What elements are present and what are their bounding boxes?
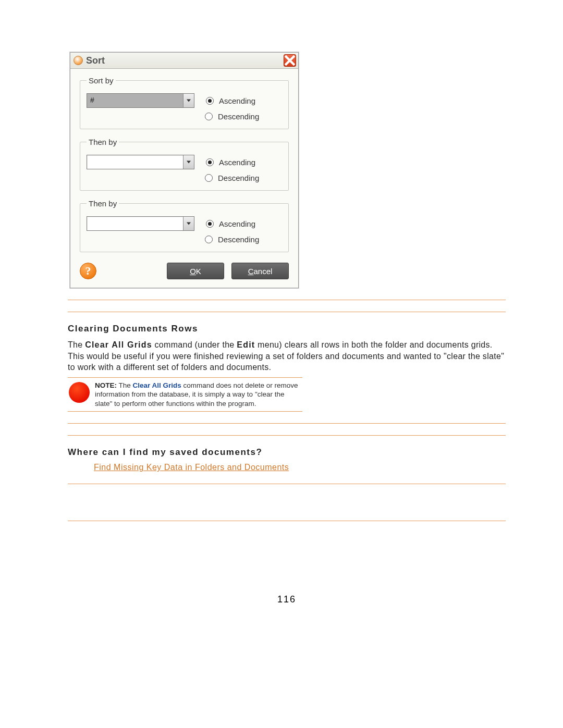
- dialog-body: Sort by # Ascending: [70, 69, 298, 288]
- divider: [68, 312, 506, 312]
- then-by-1-value: [87, 155, 183, 169]
- section-body: The Clear All Grids command (under the E…: [68, 339, 506, 373]
- radio-icon: [206, 158, 214, 166]
- radio-icon: [206, 220, 214, 228]
- divider: [68, 521, 506, 521]
- then-by-legend-2: Then by: [87, 199, 119, 208]
- desc-label: Descending: [218, 235, 259, 244]
- radio-icon: [205, 113, 213, 120]
- then-by-2-dropdown[interactable]: [87, 216, 194, 231]
- then-by-legend-1: Then by: [87, 138, 119, 146]
- chevron-down-icon[interactable]: [183, 155, 194, 169]
- ok-button[interactable]: OK: [167, 263, 224, 279]
- section-heading-clearing: Clearing Documents Rows: [68, 324, 506, 334]
- cancel-button[interactable]: Cancel: [231, 263, 289, 279]
- desc-label: Descending: [218, 112, 259, 121]
- sort-by-value: #: [87, 94, 183, 107]
- chevron-down-icon[interactable]: [183, 94, 194, 107]
- desc-label: Descending: [218, 174, 259, 182]
- then-by-1-asc-radio[interactable]: Ascending: [206, 158, 255, 167]
- sort-dialog: Sort Sort by #: [70, 52, 299, 288]
- then-by-1-dropdown[interactable]: [87, 155, 194, 169]
- asc-label: Ascending: [219, 158, 255, 167]
- asc-label: Ascending: [219, 96, 255, 105]
- then-by-1-desc-radio[interactable]: Descending: [205, 174, 283, 182]
- note-box: NOTE: The Clear All Grids command does n…: [68, 377, 302, 412]
- titlebar: Sort: [70, 53, 298, 69]
- radio-icon: [205, 236, 213, 243]
- divider: [68, 435, 506, 436]
- help-icon[interactable]: ?: [80, 263, 96, 279]
- close-icon[interactable]: [284, 54, 296, 67]
- then-by-group-1: Then by Ascending: [80, 138, 289, 191]
- sort-by-dropdown[interactable]: #: [87, 93, 194, 108]
- button-row: ? OK Cancel: [80, 261, 289, 279]
- chevron-down-icon[interactable]: [183, 217, 194, 230]
- note-icon: [69, 382, 90, 403]
- divider: [68, 484, 506, 484]
- sort-by-asc-radio[interactable]: Ascending: [206, 96, 255, 105]
- divider: [68, 423, 506, 424]
- then-by-2-desc-radio[interactable]: Descending: [205, 235, 283, 244]
- dialog-title: Sort: [86, 55, 105, 66]
- then-by-group-2: Then by Ascending: [80, 199, 289, 252]
- radio-icon: [205, 174, 213, 182]
- divider: [68, 300, 506, 300]
- find-missing-link[interactable]: Find Missing Key Data in Folders and Doc…: [94, 463, 506, 472]
- app-icon: [74, 56, 83, 65]
- sort-by-legend: Sort by: [87, 76, 116, 85]
- then-by-2-asc-radio[interactable]: Ascending: [206, 219, 255, 228]
- asc-label: Ascending: [219, 219, 255, 228]
- sort-by-group: Sort by # Ascending: [80, 76, 289, 129]
- page-number: 116: [68, 594, 506, 605]
- radio-icon: [206, 97, 214, 105]
- note-text: NOTE: The Clear All Grids command does n…: [95, 381, 302, 409]
- then-by-2-value: [87, 217, 183, 230]
- section-heading-where: Where can I find my saved documents?: [68, 447, 506, 458]
- sort-by-desc-radio[interactable]: Descending: [205, 112, 283, 121]
